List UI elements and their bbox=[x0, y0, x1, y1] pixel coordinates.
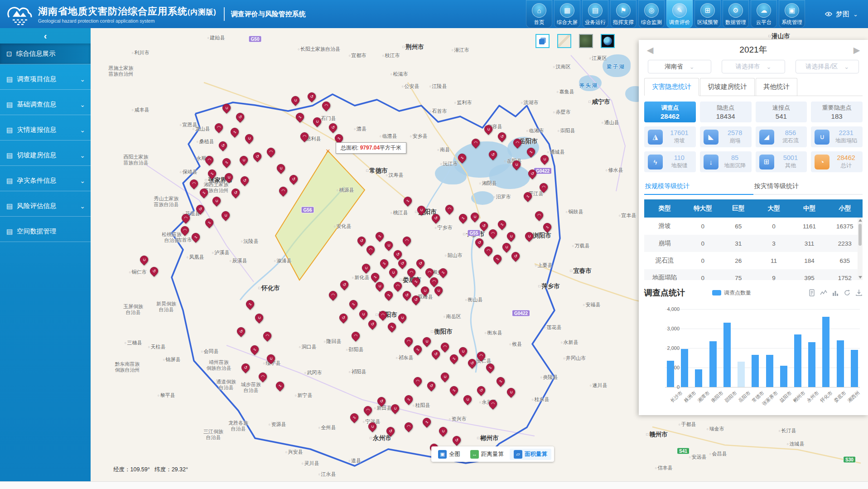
bar-常德市[interactable] bbox=[752, 355, 759, 387]
hazard-marker[interactable]: ↺ bbox=[394, 250, 402, 258]
hazard-marker[interactable]: ◠ bbox=[540, 183, 548, 191]
summary-card-隐患点[interactable]: 隐患点18434 bbox=[700, 102, 752, 122]
hazard-marker[interactable]: ↺ bbox=[427, 382, 435, 390]
nav-item-云平台[interactable]: ☁云平台 bbox=[751, 0, 777, 28]
hazard-marker[interactable]: ∪ bbox=[391, 404, 399, 412]
measure-close-icon[interactable]: ✕ bbox=[326, 148, 331, 155]
map-tool-面积量算[interactable]: ▱面积量算 bbox=[510, 449, 551, 460]
hazard-marker[interactable]: ◠ bbox=[181, 226, 189, 234]
bar-益阳市[interactable] bbox=[780, 366, 787, 387]
hazard-marker[interactable]: ↺ bbox=[416, 259, 424, 267]
globe-basemap-button[interactable] bbox=[601, 34, 615, 48]
hazard-marker[interactable]: ∪ bbox=[267, 354, 275, 363]
hazard-marker[interactable]: ◠ bbox=[182, 214, 190, 222]
hazard-marker[interactable]: ↺ bbox=[498, 132, 506, 140]
hazard-marker[interactable]: ∿ bbox=[486, 363, 494, 372]
hazard-marker[interactable]: ∿ bbox=[524, 192, 532, 200]
bar-永州市[interactable] bbox=[808, 342, 815, 387]
hazard-marker[interactable]: ↺ bbox=[219, 141, 227, 150]
hazard-marker[interactable]: ◠ bbox=[215, 123, 223, 131]
hazard-marker[interactable]: ◠ bbox=[190, 179, 198, 188]
hazard-marker[interactable]: ↺ bbox=[480, 222, 488, 230]
hazard-marker[interactable]: ∪ bbox=[459, 347, 467, 355]
hazard-marker[interactable]: ∿ bbox=[246, 300, 254, 308]
hazard-marker[interactable]: ∪ bbox=[368, 422, 376, 431]
hazard-marker[interactable]: ∿ bbox=[376, 232, 384, 240]
hazard-marker[interactable]: ∿ bbox=[380, 259, 388, 267]
sidebar-item-空间数据管理[interactable]: ▤空间数据管理 bbox=[0, 221, 91, 242]
hazard-marker[interactable]: ∿ bbox=[371, 273, 379, 281]
hazard-marker[interactable]: ∪ bbox=[441, 373, 449, 381]
hazard-marker[interactable]: ↺ bbox=[412, 295, 420, 304]
bar-湘潭市[interactable] bbox=[695, 369, 702, 387]
hazard-marker[interactable]: ∪ bbox=[222, 211, 230, 219]
hazard-marker[interactable]: ∿ bbox=[459, 214, 467, 222]
satellite-basemap-button[interactable] bbox=[579, 34, 593, 48]
hazard-marker[interactable]: ∿ bbox=[296, 113, 304, 121]
hazard-marker[interactable]: ↺ bbox=[150, 267, 158, 275]
hazard-marker[interactable]: ◠ bbox=[414, 377, 422, 385]
hazard-marker[interactable]: ◠ bbox=[300, 132, 309, 140]
sidebar-item-孕灾条件信息[interactable]: ▤孕灾条件信息⌄ bbox=[0, 170, 91, 191]
table-scrollbar[interactable] bbox=[858, 218, 863, 280]
hazard-marker[interactable]: ◠ bbox=[489, 400, 497, 408]
hazard-marker[interactable]: ◠ bbox=[205, 156, 213, 164]
hazard-marker[interactable]: ↺ bbox=[475, 238, 483, 247]
hazard-marker[interactable]: ∪ bbox=[313, 117, 321, 126]
bottom-scroll-strip[interactable] bbox=[0, 481, 868, 489]
bar-娄底市[interactable] bbox=[837, 340, 844, 387]
data-view-icon[interactable] bbox=[808, 289, 815, 296]
hazard-marker[interactable]: ◠ bbox=[405, 422, 413, 431]
nav-item-数据管理[interactable]: ⚙数据管理 bbox=[723, 0, 749, 28]
hazard-marker[interactable]: ∿ bbox=[335, 134, 343, 142]
hazard-marker[interactable]: ◠ bbox=[263, 332, 271, 340]
hazard-marker[interactable]: ∪ bbox=[222, 104, 231, 112]
region-select-1[interactable]: 请选择市⌄ bbox=[722, 60, 785, 73]
hazard-marker[interactable]: ∪ bbox=[389, 268, 397, 276]
hazard-marker[interactable]: ∪ bbox=[385, 241, 393, 249]
hazard-marker[interactable]: ∿ bbox=[412, 277, 420, 286]
hazard-marker[interactable]: ∿ bbox=[385, 291, 393, 299]
hazard-marker[interactable]: ∿ bbox=[527, 148, 535, 156]
sidebar-item-综合信息展示[interactable]: ⊡综合信息展示 bbox=[0, 44, 91, 64]
hazard-marker[interactable]: ∿ bbox=[493, 255, 502, 263]
hazard-marker[interactable]: ∪ bbox=[255, 314, 263, 322]
hazard-marker[interactable]: ∿ bbox=[251, 345, 259, 353]
layers-icon[interactable] bbox=[535, 34, 550, 48]
nav-item-区域预警[interactable]: ⊞区域预警 bbox=[694, 0, 721, 28]
hazard-marker[interactable]: ↺ bbox=[386, 427, 395, 435]
hazard-marker[interactable]: ◠ bbox=[535, 211, 543, 219]
hazard-marker[interactable]: ∪ bbox=[512, 160, 521, 169]
bar-长沙市[interactable] bbox=[667, 361, 674, 387]
hazard-marker[interactable]: ∿ bbox=[350, 413, 358, 421]
user-menu[interactable]: 梦图 ⌄ bbox=[825, 10, 858, 19]
hazard-marker[interactable]: ↺ bbox=[289, 175, 298, 183]
hazard-marker[interactable]: ∪ bbox=[439, 427, 447, 435]
hazard-marker[interactable]: ∿ bbox=[405, 395, 413, 403]
bar-邵阳市[interactable] bbox=[723, 323, 731, 387]
summary-card-重要隐患点[interactable]: 重要隐患点183 bbox=[811, 102, 863, 122]
scroll-down-icon[interactable] bbox=[858, 276, 862, 279]
hazard-marker[interactable]: ◠ bbox=[352, 332, 360, 340]
sidebar-item-基础调查信息[interactable]: ▤基础调查信息⌄ bbox=[0, 94, 91, 115]
hazard-marker[interactable]: ∿ bbox=[200, 189, 208, 197]
hazard-marker[interactable]: ↺ bbox=[489, 150, 497, 159]
bar-张家界市[interactable] bbox=[766, 355, 773, 387]
hazard-marker[interactable]: ∪ bbox=[359, 310, 367, 318]
tab-灾害隐患统计[interactable]: 灾害隐患统计 bbox=[644, 78, 699, 96]
bar-株洲市[interactable] bbox=[681, 349, 688, 387]
hazard-marker[interactable]: ∿ bbox=[349, 300, 357, 308]
hazard-marker[interactable]: ∪ bbox=[463, 395, 472, 403]
hazard-marker[interactable]: ↺ bbox=[340, 281, 348, 289]
hazard-marker[interactable]: ∿ bbox=[498, 220, 506, 228]
hazard-marker[interactable]: ↺ bbox=[241, 176, 249, 184]
sidebar-item-灾情速报信息[interactable]: ▤灾情速报信息⌄ bbox=[0, 120, 91, 140]
hazard-marker[interactable]: ↺ bbox=[398, 259, 406, 267]
hazard-marker[interactable]: ∪ bbox=[471, 213, 479, 221]
line-chart-icon[interactable] bbox=[820, 289, 827, 296]
map-tool-全图[interactable]: ▣全图 bbox=[434, 449, 464, 460]
sidebar-collapse-button[interactable]: ‹ bbox=[0, 28, 91, 44]
summary-card-调查点[interactable]: 调查点28462 bbox=[644, 102, 696, 122]
hazard-marker[interactable]: ↺ bbox=[377, 397, 386, 405]
hazard-marker[interactable]: ∪ bbox=[417, 206, 425, 214]
